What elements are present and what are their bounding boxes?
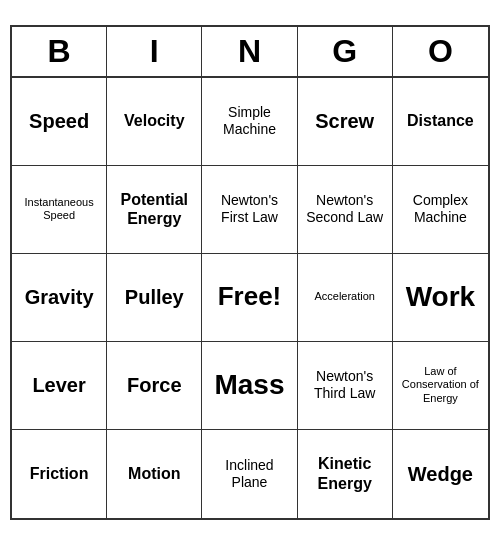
bingo-cell[interactable]: Distance: [393, 78, 488, 166]
bingo-cell[interactable]: Potential Energy: [107, 166, 202, 254]
bingo-cell[interactable]: Acceleration: [298, 254, 393, 342]
bingo-cell[interactable]: Speed: [12, 78, 107, 166]
bingo-cell[interactable]: Force: [107, 342, 202, 430]
bingo-cell[interactable]: Friction: [12, 430, 107, 518]
bingo-cell[interactable]: Screw: [298, 78, 393, 166]
bingo-cell[interactable]: Free!: [202, 254, 297, 342]
bingo-cell[interactable]: Inclined Plane: [202, 430, 297, 518]
header-letter: O: [393, 27, 488, 76]
header-letter: I: [107, 27, 202, 76]
bingo-cell[interactable]: Lever: [12, 342, 107, 430]
bingo-cell[interactable]: Simple Machine: [202, 78, 297, 166]
bingo-cell[interactable]: Kinetic Energy: [298, 430, 393, 518]
header-letter: N: [202, 27, 297, 76]
bingo-cell[interactable]: Gravity: [12, 254, 107, 342]
bingo-cell[interactable]: Complex Machine: [393, 166, 488, 254]
header-letter: G: [298, 27, 393, 76]
bingo-cell[interactable]: Newton's First Law: [202, 166, 297, 254]
bingo-cell[interactable]: Newton's Third Law: [298, 342, 393, 430]
bingo-cell[interactable]: Law of Conservation of Energy: [393, 342, 488, 430]
bingo-cell[interactable]: Mass: [202, 342, 297, 430]
bingo-cell[interactable]: Wedge: [393, 430, 488, 518]
bingo-cell[interactable]: Pulley: [107, 254, 202, 342]
bingo-card: BINGO SpeedVelocitySimple MachineScrewDi…: [10, 25, 490, 520]
bingo-header: BINGO: [12, 27, 488, 78]
bingo-cell[interactable]: Instantaneous Speed: [12, 166, 107, 254]
header-letter: B: [12, 27, 107, 76]
bingo-cell[interactable]: Newton's Second Law: [298, 166, 393, 254]
bingo-cell[interactable]: Velocity: [107, 78, 202, 166]
bingo-cell[interactable]: Motion: [107, 430, 202, 518]
bingo-cell[interactable]: Work: [393, 254, 488, 342]
bingo-grid: SpeedVelocitySimple MachineScrewDistance…: [12, 78, 488, 518]
